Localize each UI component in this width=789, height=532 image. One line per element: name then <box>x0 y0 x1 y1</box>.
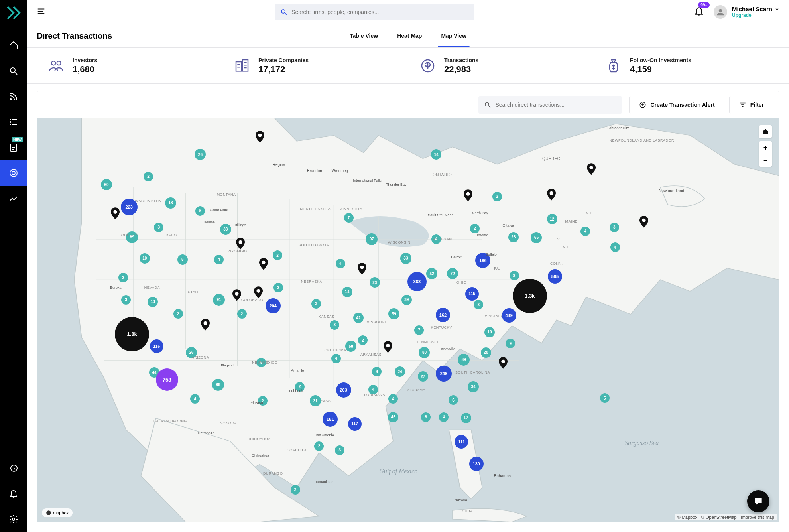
map-cluster[interactable]: 20 <box>481 347 491 358</box>
map-cluster[interactable]: 42 <box>353 313 364 323</box>
map-cluster[interactable]: 130 <box>469 457 484 471</box>
map-cluster[interactable]: 4 <box>439 412 449 422</box>
map-pin[interactable] <box>201 319 210 332</box>
map-search[interactable] <box>478 96 622 114</box>
map-cluster[interactable]: 2 <box>144 172 153 181</box>
map-cluster[interactable]: 111 <box>455 435 468 449</box>
map-cluster[interactable]: 65 <box>531 232 542 243</box>
mapbox-logo[interactable]: mapbox <box>42 508 73 517</box>
map-cluster[interactable]: 5 <box>600 393 610 403</box>
map-cluster[interactable]: 24 <box>395 366 405 377</box>
zoom-in-button[interactable]: + <box>759 141 772 154</box>
map-cluster[interactable]: 8 <box>421 412 431 422</box>
create-transaction-alert-button[interactable]: Create Transaction Alert <box>629 96 722 114</box>
map-cluster[interactable]: 59 <box>388 308 399 319</box>
map-pin[interactable] <box>236 238 245 251</box>
map-cluster[interactable]: 2 <box>492 192 502 201</box>
map-cluster[interactable]: 6 <box>449 395 458 405</box>
map-cluster[interactable]: 3 <box>610 223 619 232</box>
map-cluster[interactable]: 4 <box>388 394 398 404</box>
map-cluster[interactable]: 26 <box>186 347 197 358</box>
map-cluster[interactable]: 7 <box>414 325 424 335</box>
filter-button[interactable]: Filter <box>729 96 771 114</box>
nav-transactions[interactable] <box>0 160 27 186</box>
map-search-input[interactable] <box>495 102 616 108</box>
map-pin[interactable] <box>254 286 263 300</box>
map-cluster[interactable]: 3 <box>474 300 483 309</box>
nav-history[interactable] <box>0 455 27 481</box>
map-cluster[interactable]: 4 <box>190 394 200 404</box>
map-cluster[interactable]: 4 <box>368 385 378 394</box>
map-cluster[interactable]: 6 <box>256 358 266 367</box>
map-cluster[interactable]: 4 <box>431 234 441 244</box>
map-cluster[interactable]: 14 <box>431 149 441 160</box>
map-cluster[interactable]: 39 <box>401 295 412 305</box>
map-cluster[interactable]: 117 <box>348 417 362 431</box>
upgrade-link[interactable]: Upgrade <box>732 12 779 18</box>
map-cluster[interactable]: 2 <box>470 224 480 233</box>
map-cluster[interactable]: 2 <box>295 382 305 392</box>
map-cluster[interactable]: 116 <box>150 339 163 353</box>
tab-map-view[interactable]: Map View <box>441 25 466 47</box>
map-cluster[interactable]: 10 <box>148 297 158 307</box>
nav-home[interactable] <box>0 33 27 58</box>
nav-lists[interactable] <box>0 109 27 135</box>
map-pin[interactable] <box>639 216 648 229</box>
notifications-button[interactable]: 99+ <box>694 6 704 18</box>
map-cluster[interactable]: 97 <box>366 233 378 245</box>
nav-alerts[interactable] <box>0 481 27 506</box>
nav-feed[interactable] <box>0 84 27 109</box>
app-logo[interactable] <box>6 5 22 21</box>
map-cluster[interactable]: 2 <box>237 309 247 319</box>
map-cluster[interactable]: 12 <box>547 214 557 224</box>
map-cluster[interactable]: 9 <box>506 339 515 348</box>
map-cluster[interactable]: 181 <box>323 412 338 427</box>
map-cluster[interactable]: 4 <box>336 259 345 268</box>
map-cluster[interactable]: 3 <box>335 445 344 455</box>
map-cluster[interactable]: 1.3k <box>513 279 547 313</box>
map-pin[interactable] <box>499 357 508 370</box>
map-cluster[interactable]: 3 <box>311 299 321 309</box>
map-cluster[interactable]: 33 <box>220 224 231 235</box>
map-cluster[interactable]: 91 <box>213 294 225 306</box>
map-cluster[interactable]: 96 <box>212 379 224 391</box>
map-cluster[interactable]: 52 <box>426 268 437 279</box>
user-menu[interactable]: Michael Scarn Upgrade <box>714 5 779 19</box>
map-cluster[interactable]: 204 <box>266 298 281 313</box>
map-cluster[interactable]: 50 <box>345 341 356 352</box>
map-pin[interactable] <box>111 207 120 221</box>
map-cluster[interactable]: 4 <box>372 367 382 376</box>
map-cluster[interactable]: 23 <box>370 277 380 288</box>
map-cluster[interactable]: 2 <box>273 250 282 260</box>
hamburger-icon[interactable] <box>37 7 45 17</box>
map-cluster[interactable]: 115 <box>465 287 479 301</box>
map-cluster[interactable]: 19 <box>484 327 495 337</box>
map-cluster[interactable]: 8 <box>510 271 519 280</box>
map-cluster[interactable]: 14 <box>342 287 352 297</box>
map-cluster[interactable]: 3 <box>118 273 128 282</box>
map-cluster[interactable]: 80 <box>419 347 430 358</box>
map-cluster[interactable]: 8 <box>177 254 188 265</box>
map-pin[interactable] <box>464 189 472 203</box>
map-pin[interactable] <box>547 189 556 202</box>
map-cluster[interactable]: 34 <box>468 381 479 392</box>
attr-improve[interactable]: Improve this map <box>741 515 774 520</box>
map-cluster[interactable]: 18 <box>165 197 176 209</box>
map-cluster[interactable]: 27 <box>418 371 428 382</box>
map-pin[interactable] <box>587 163 596 177</box>
attr-mapbox[interactable]: © Mapbox <box>677 515 697 520</box>
map-cluster[interactable]: 1.8k <box>115 317 149 351</box>
map-cluster[interactable]: 45 <box>388 412 398 422</box>
nav-settings[interactable] <box>0 506 27 532</box>
global-search-input[interactable] <box>291 9 468 15</box>
map-cluster[interactable]: 4 <box>214 255 224 264</box>
map-cluster[interactable]: 449 <box>502 308 516 323</box>
map-pin[interactable] <box>232 289 241 303</box>
chat-launcher[interactable] <box>747 490 769 512</box>
zoom-out-button[interactable]: − <box>759 154 772 167</box>
global-search[interactable] <box>275 4 474 20</box>
map-cluster[interactable]: 3 <box>121 295 131 305</box>
map-cluster[interactable]: 2 <box>291 485 300 495</box>
map-cluster[interactable]: 4 <box>331 354 341 363</box>
map-cluster[interactable]: 4 <box>610 242 620 252</box>
